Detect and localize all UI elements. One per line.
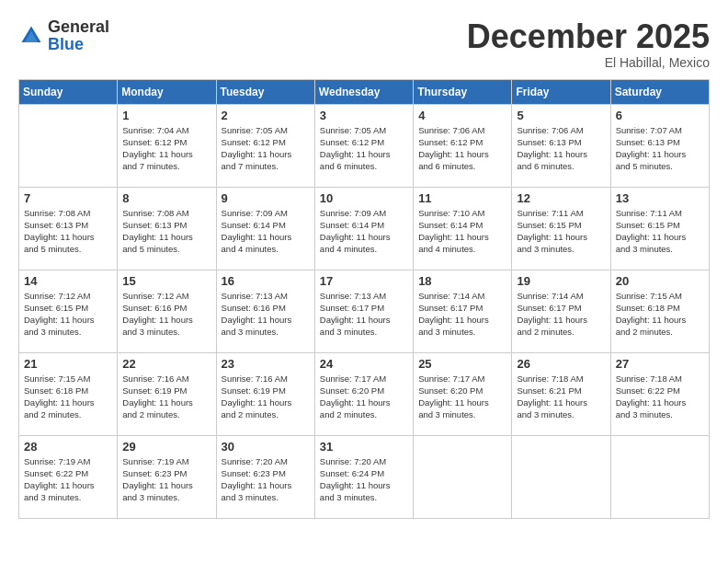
calendar-cell: 1Sunrise: 7:04 AM Sunset: 6:12 PM Daylig… — [118, 104, 216, 187]
calendar-cell: 18Sunrise: 7:14 AM Sunset: 6:17 PM Dayli… — [414, 270, 512, 352]
calendar-cell — [512, 435, 610, 518]
calendar-cell: 19Sunrise: 7:14 AM Sunset: 6:17 PM Dayli… — [512, 270, 610, 352]
day-info: Sunrise: 7:16 AM Sunset: 6:19 PM Dayligh… — [222, 373, 310, 421]
calendar-cell: 25Sunrise: 7:17 AM Sunset: 6:20 PM Dayli… — [414, 352, 512, 435]
day-info: Sunrise: 7:15 AM Sunset: 6:18 PM Dayligh… — [616, 290, 704, 339]
day-number: 29 — [122, 440, 210, 454]
logo-general: General — [48, 17, 109, 36]
day-number: 17 — [320, 274, 408, 288]
day-header-friday: Friday — [512, 79, 610, 104]
day-number: 19 — [517, 274, 605, 288]
calendar-cell: 2Sunrise: 7:05 AM Sunset: 6:12 PM Daylig… — [216, 104, 314, 187]
calendar-cell: 7Sunrise: 7:08 AM Sunset: 6:13 PM Daylig… — [19, 187, 118, 270]
day-info: Sunrise: 7:11 AM Sunset: 6:15 PM Dayligh… — [616, 207, 704, 256]
day-number: 26 — [517, 357, 605, 371]
calendar-cell: 13Sunrise: 7:11 AM Sunset: 6:15 PM Dayli… — [610, 187, 709, 270]
day-number: 30 — [222, 440, 310, 454]
calendar-cell: 15Sunrise: 7:12 AM Sunset: 6:16 PM Dayli… — [118, 270, 216, 352]
logo-icon — [18, 23, 44, 49]
day-number: 8 — [122, 191, 210, 205]
day-info: Sunrise: 7:05 AM Sunset: 6:12 PM Dayligh… — [320, 124, 408, 173]
calendar-cell: 4Sunrise: 7:06 AM Sunset: 6:12 PM Daylig… — [414, 104, 512, 187]
day-info: Sunrise: 7:06 AM Sunset: 6:13 PM Dayligh… — [517, 124, 605, 173]
day-number: 14 — [24, 274, 112, 288]
calendar-cell: 11Sunrise: 7:10 AM Sunset: 6:14 PM Dayli… — [414, 187, 512, 270]
day-info: Sunrise: 7:05 AM Sunset: 6:12 PM Dayligh… — [222, 124, 310, 173]
calendar-cell: 22Sunrise: 7:16 AM Sunset: 6:19 PM Dayli… — [118, 352, 216, 435]
title-block: December 2025 El Habillal, Mexico — [467, 18, 710, 70]
day-info: Sunrise: 7:14 AM Sunset: 6:17 PM Dayligh… — [517, 290, 605, 339]
day-info: Sunrise: 7:06 AM Sunset: 6:12 PM Dayligh… — [418, 124, 506, 173]
day-info: Sunrise: 7:18 AM Sunset: 6:22 PM Dayligh… — [616, 373, 704, 421]
calendar-cell: 29Sunrise: 7:19 AM Sunset: 6:23 PM Dayli… — [118, 435, 216, 518]
day-header-row: SundayMondayTuesdayWednesdayThursdayFrid… — [19, 79, 710, 104]
week-row-5: 28Sunrise: 7:19 AM Sunset: 6:22 PM Dayli… — [19, 435, 710, 518]
calendar-table: SundayMondayTuesdayWednesdayThursdayFrid… — [18, 79, 710, 519]
week-row-2: 7Sunrise: 7:08 AM Sunset: 6:13 PM Daylig… — [19, 187, 710, 270]
day-number: 6 — [616, 109, 704, 122]
calendar-cell: 24Sunrise: 7:17 AM Sunset: 6:20 PM Dayli… — [314, 352, 413, 435]
day-number: 13 — [616, 191, 704, 205]
day-info: Sunrise: 7:09 AM Sunset: 6:14 PM Dayligh… — [222, 207, 310, 256]
day-number: 25 — [418, 357, 506, 371]
day-header-wednesday: Wednesday — [314, 79, 413, 104]
day-number: 16 — [222, 274, 310, 288]
calendar-cell: 17Sunrise: 7:13 AM Sunset: 6:17 PM Dayli… — [314, 270, 413, 352]
week-row-3: 14Sunrise: 7:12 AM Sunset: 6:15 PM Dayli… — [19, 270, 710, 352]
calendar-cell: 10Sunrise: 7:09 AM Sunset: 6:14 PM Dayli… — [314, 187, 413, 270]
calendar-cell: 20Sunrise: 7:15 AM Sunset: 6:18 PM Dayli… — [610, 270, 709, 352]
day-number: 15 — [122, 274, 210, 288]
day-number: 23 — [222, 357, 310, 371]
logo-blue: Blue — [48, 35, 84, 53]
calendar-cell: 27Sunrise: 7:18 AM Sunset: 6:22 PM Dayli… — [610, 352, 709, 435]
day-number: 12 — [517, 191, 605, 205]
day-number: 28 — [24, 440, 112, 454]
day-info: Sunrise: 7:09 AM Sunset: 6:14 PM Dayligh… — [320, 207, 408, 256]
week-row-4: 21Sunrise: 7:15 AM Sunset: 6:18 PM Dayli… — [19, 352, 710, 435]
day-header-monday: Monday — [118, 79, 216, 104]
day-info: Sunrise: 7:19 AM Sunset: 6:22 PM Dayligh… — [24, 455, 112, 504]
day-info: Sunrise: 7:14 AM Sunset: 6:17 PM Dayligh… — [418, 290, 506, 339]
day-number: 9 — [222, 191, 310, 205]
day-info: Sunrise: 7:20 AM Sunset: 6:23 PM Dayligh… — [222, 455, 310, 504]
logo-text: General Blue — [48, 18, 109, 53]
day-info: Sunrise: 7:11 AM Sunset: 6:15 PM Dayligh… — [517, 207, 605, 256]
calendar-cell: 26Sunrise: 7:18 AM Sunset: 6:21 PM Dayli… — [512, 352, 610, 435]
day-info: Sunrise: 7:12 AM Sunset: 6:16 PM Dayligh… — [122, 290, 210, 339]
day-number: 4 — [418, 109, 506, 122]
month-title: December 2025 — [467, 18, 710, 55]
calendar-cell: 28Sunrise: 7:19 AM Sunset: 6:22 PM Dayli… — [19, 435, 118, 518]
day-info: Sunrise: 7:08 AM Sunset: 6:13 PM Dayligh… — [24, 207, 112, 256]
day-number: 10 — [320, 191, 408, 205]
day-info: Sunrise: 7:10 AM Sunset: 6:14 PM Dayligh… — [418, 207, 506, 256]
calendar-cell: 9Sunrise: 7:09 AM Sunset: 6:14 PM Daylig… — [216, 187, 314, 270]
day-number: 24 — [320, 357, 408, 371]
day-number: 11 — [418, 191, 506, 205]
calendar-cell — [610, 435, 709, 518]
calendar-cell: 6Sunrise: 7:07 AM Sunset: 6:13 PM Daylig… — [610, 104, 709, 187]
day-number: 5 — [517, 109, 605, 122]
day-number: 22 — [122, 357, 210, 371]
calendar-cell: 8Sunrise: 7:08 AM Sunset: 6:13 PM Daylig… — [118, 187, 216, 270]
calendar-cell: 16Sunrise: 7:13 AM Sunset: 6:16 PM Dayli… — [216, 270, 314, 352]
day-number: 21 — [24, 357, 112, 371]
calendar-cell: 23Sunrise: 7:16 AM Sunset: 6:19 PM Dayli… — [216, 352, 314, 435]
day-info: Sunrise: 7:13 AM Sunset: 6:17 PM Dayligh… — [320, 290, 408, 339]
calendar-cell: 31Sunrise: 7:20 AM Sunset: 6:24 PM Dayli… — [314, 435, 413, 518]
day-info: Sunrise: 7:12 AM Sunset: 6:15 PM Dayligh… — [24, 290, 112, 339]
day-number: 18 — [418, 274, 506, 288]
week-row-1: 1Sunrise: 7:04 AM Sunset: 6:12 PM Daylig… — [19, 104, 710, 187]
logo: General Blue — [18, 18, 109, 53]
day-info: Sunrise: 7:04 AM Sunset: 6:12 PM Dayligh… — [122, 124, 210, 173]
day-info: Sunrise: 7:18 AM Sunset: 6:21 PM Dayligh… — [517, 373, 605, 421]
calendar-cell: 3Sunrise: 7:05 AM Sunset: 6:12 PM Daylig… — [314, 104, 413, 187]
location: El Habillal, Mexico — [467, 55, 710, 70]
day-number: 27 — [616, 357, 704, 371]
day-number: 31 — [320, 440, 408, 454]
day-info: Sunrise: 7:16 AM Sunset: 6:19 PM Dayligh… — [122, 373, 210, 421]
day-info: Sunrise: 7:20 AM Sunset: 6:24 PM Dayligh… — [320, 455, 408, 504]
calendar-cell — [414, 435, 512, 518]
day-header-thursday: Thursday — [414, 79, 512, 104]
day-number: 20 — [616, 274, 704, 288]
day-info: Sunrise: 7:15 AM Sunset: 6:18 PM Dayligh… — [24, 373, 112, 421]
